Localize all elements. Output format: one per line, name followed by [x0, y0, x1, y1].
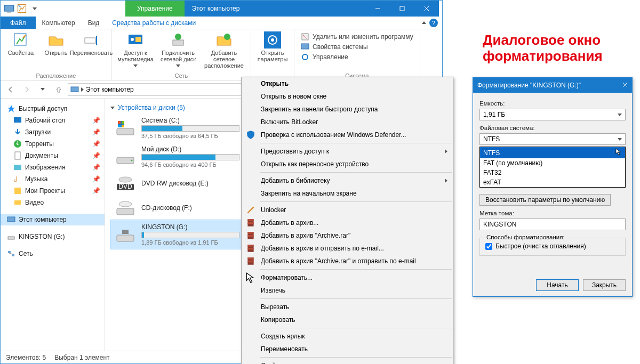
tab-computer[interactable]: Компьютер: [36, 17, 82, 29]
rename-button[interactable]: Переименовать: [75, 31, 107, 56]
ctx-cut[interactable]: Вырезать: [242, 301, 453, 313]
ctx-pin-start[interactable]: Закрепить на начальном экране: [242, 187, 453, 200]
drive-item[interactable]: CD-дисковод (F:): [110, 196, 244, 220]
sidebar-item-torrents[interactable]: Торренты📌: [1, 138, 105, 150]
sidebar-item-video[interactable]: Видео: [1, 197, 105, 208]
ctx-archive-1[interactable]: Добавить в архив...: [242, 216, 453, 229]
drive-item[interactable]: KINGSTON (G:) 1,89 ГБ свободно из 1,91 Г…: [110, 220, 244, 249]
ribbon: Свойства Открыть Переименовать Расположе…: [1, 29, 442, 80]
start-button[interactable]: Начать: [536, 279, 579, 291]
ctx-shortcut[interactable]: Создать ярлык: [242, 330, 453, 343]
format-dialog: Форматирование "KINGSTON (G:)" Емкость: …: [473, 77, 633, 297]
drive-item[interactable]: Мой диск (D:) 94,6 ГБ свободно из 400 ГБ: [110, 142, 244, 171]
ctx-pin-quick-access[interactable]: Закрепить на панели быстрого доступа: [242, 103, 453, 116]
tab-view[interactable]: Вид: [82, 17, 106, 29]
capacity-select[interactable]: 1,91 ГБ: [479, 109, 626, 120]
archive-icon: [246, 231, 255, 240]
sidebar-item-documents[interactable]: Документы📌: [1, 150, 105, 161]
properties-button[interactable]: Свойства: [5, 31, 37, 56]
ctx-unlocker[interactable]: Unlocker: [242, 204, 453, 216]
ctx-rename[interactable]: Переименовать: [242, 343, 453, 355]
svg-point-45: [119, 177, 132, 182]
svg-rect-53: [247, 222, 253, 224]
qat-properties-icon[interactable]: [17, 3, 27, 14]
fs-option-ntfs[interactable]: NTFS: [480, 147, 625, 158]
ribbon-help[interactable]: ?: [422, 17, 442, 29]
fs-option-fat32[interactable]: FAT32: [480, 168, 625, 177]
maximize-button[interactable]: [390, 1, 414, 17]
ctx-copy[interactable]: Копировать: [242, 313, 453, 326]
svg-rect-8: [85, 38, 95, 43]
tab-file[interactable]: Файл: [1, 17, 36, 29]
sidebar-item-desktop[interactable]: Рабочий стол📌: [1, 115, 105, 126]
pin-icon: 📌: [92, 152, 100, 159]
svg-rect-37: [118, 121, 121, 124]
svg-rect-61: [247, 257, 253, 259]
svg-rect-24: [14, 117, 21, 123]
svg-point-14: [175, 34, 181, 40]
sidebar-kingston[interactable]: KINGSTON (G:): [1, 231, 105, 242]
map-network-drive-button[interactable]: Подключить сетевой диск: [158, 31, 198, 69]
qat-pc-icon: [4, 3, 14, 14]
format-dialog-title: Форматирование "KINGSTON (G:)": [473, 78, 632, 93]
svg-rect-52: [247, 219, 253, 221]
sidebar-item-projects[interactable]: Мои Проекты📌: [1, 185, 105, 197]
svg-rect-21: [301, 44, 309, 49]
close-button[interactable]: [414, 1, 439, 17]
ctx-share[interactable]: Предоставить доступ к: [242, 145, 453, 158]
sidebar-network[interactable]: Сеть: [1, 248, 105, 260]
ctx-archive-4[interactable]: Добавить в архив "Archive.rar" и отправи…: [242, 255, 453, 268]
minimize-button[interactable]: [365, 1, 390, 17]
sidebar-item-music[interactable]: Музыка📌: [1, 173, 105, 185]
close-icon[interactable]: [622, 82, 628, 89]
open-button[interactable]: Открыть: [40, 31, 72, 56]
restore-defaults-button[interactable]: Восстановить параметры по умолчанию: [479, 194, 611, 206]
close-button-dialog[interactable]: Закрыть: [583, 279, 626, 291]
ctx-bitlocker[interactable]: Включить BitLocker: [242, 116, 453, 128]
ctx-defender[interactable]: Проверка с использованием Windows Defend…: [242, 128, 453, 141]
svg-rect-62: [247, 261, 253, 262]
sidebar-this-pc[interactable]: Этот компьютер: [1, 214, 105, 225]
ctx-archive-3[interactable]: Добавить в архив и отправить по e-mail..…: [242, 242, 453, 255]
manage-button[interactable]: Управление: [301, 53, 413, 61]
archive-icon: [246, 256, 255, 266]
quick-format-checkbox[interactable]: Быстрое (очистка оглавления): [485, 242, 620, 250]
drive-icon: [115, 119, 136, 137]
svg-rect-27: [14, 165, 21, 170]
ctx-archive-2[interactable]: Добавить в архив "Archive.rar": [242, 229, 453, 242]
tab-drive-tools[interactable]: Средства работы с дисками: [106, 17, 202, 29]
sidebar-quick-access[interactable]: Быстрый доступ: [1, 103, 105, 115]
sidebar-item-downloads[interactable]: Загрузки📌: [1, 126, 105, 138]
ctx-open-new-window[interactable]: Открыть в новом окне: [242, 90, 453, 103]
uninstall-program-button[interactable]: Удалить или изменить программу: [301, 33, 413, 41]
svg-rect-56: [247, 235, 253, 237]
volume-label-input[interactable]: KINGSTON: [479, 219, 626, 230]
nav-up-button[interactable]: [52, 83, 66, 96]
media-access-button[interactable]: Доступ к мультимедиа: [116, 31, 155, 69]
ctx-properties[interactable]: Свойства: [242, 359, 453, 364]
system-properties-button[interactable]: Свойства системы: [301, 43, 413, 51]
sidebar-item-pictures[interactable]: Изображения📌: [1, 161, 105, 173]
qat-dropdown-icon[interactable]: [29, 3, 40, 14]
fs-option-fat[interactable]: FAT (по умолчанию): [480, 158, 625, 168]
svg-point-18: [271, 38, 274, 42]
nav-forward-button[interactable]: [20, 83, 34, 96]
breadcrumb[interactable]: Этот компьютер: [86, 86, 134, 93]
nav-recent-button[interactable]: [36, 83, 50, 96]
ctx-format[interactable]: Форматировать...: [242, 271, 453, 284]
add-network-location-button[interactable]: Добавить сетевое расположение: [202, 31, 246, 69]
drive-item[interactable]: DVD DVD RW дисковод (E:): [110, 171, 244, 196]
svg-line-34: [9, 253, 13, 254]
fs-option-exfat[interactable]: exFAT: [480, 177, 625, 187]
ctx-open[interactable]: Открыть: [242, 77, 453, 90]
ctx-portable[interactable]: Открыть как переносное устройство: [242, 158, 453, 171]
volume-label-label: Метка тома:: [479, 210, 626, 216]
open-settings-button[interactable]: Открыть параметры: [255, 31, 290, 62]
ribbon-context-tab[interactable]: Управление: [125, 1, 185, 17]
shield-icon: [246, 130, 255, 140]
drive-item[interactable]: Система (C:) 37,5 ГБ свободно из 64,5 ГБ: [110, 114, 244, 142]
nav-back-button[interactable]: [4, 83, 18, 96]
filesystem-select[interactable]: NTFS: [479, 133, 626, 145]
ctx-library[interactable]: Добавить в библиотеку: [242, 174, 453, 187]
ctx-eject[interactable]: Извлечь: [242, 284, 453, 297]
